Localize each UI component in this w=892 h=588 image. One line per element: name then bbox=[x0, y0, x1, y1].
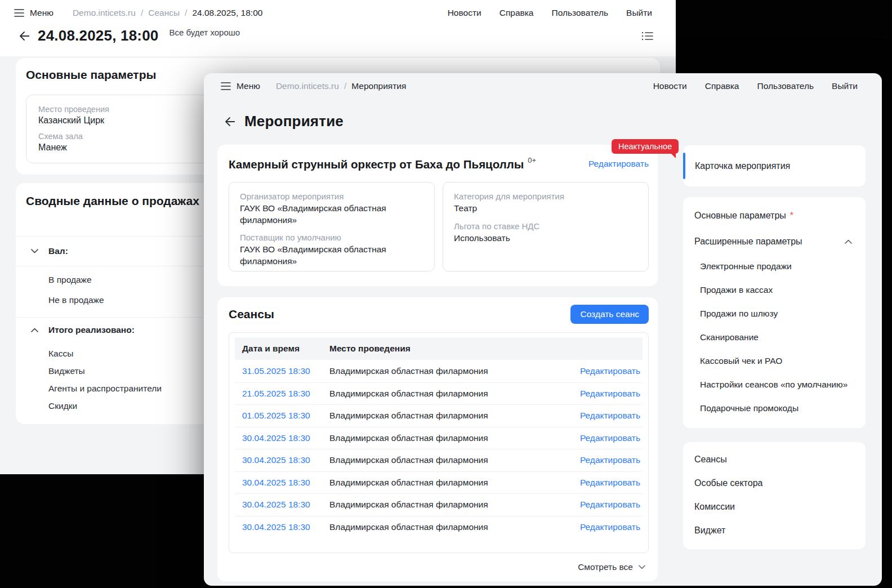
sidebar-item-event-card[interactable]: Карточка мероприятия bbox=[683, 145, 866, 186]
edit-session-link[interactable]: Редактировать bbox=[580, 522, 643, 532]
nav-link[interactable]: Пользователь bbox=[757, 81, 814, 91]
breadcrumb-link[interactable]: Demo.inticets.ru bbox=[73, 8, 136, 18]
nav-link[interactable]: Пользователь bbox=[552, 8, 609, 18]
sidebar-sections-card: СеансыОсобые сектораКомиссииВиджет bbox=[683, 442, 866, 549]
sidebar-item-label: Основные параметры bbox=[694, 211, 786, 221]
field-value: ГАУК ВО «Владимирская областная филармон… bbox=[240, 244, 409, 267]
session-date-link[interactable]: 01.05.2025 18:30 bbox=[235, 411, 329, 421]
event-info-box-left: Организатор мероприятия ГАУК ВО «Владими… bbox=[229, 182, 435, 271]
event-info-row: Организатор мероприятия ГАУК ВО «Владими… bbox=[229, 182, 649, 271]
sidebar-item-label: Карточка мероприятия bbox=[695, 161, 790, 171]
nav-link[interactable]: Выйти bbox=[832, 81, 858, 91]
field-value: Театр bbox=[454, 203, 623, 215]
edit-event-link[interactable]: Редактировать bbox=[588, 159, 649, 169]
create-session-button[interactable]: Создать сеанс bbox=[570, 305, 649, 324]
breadcrumb-link[interactable]: Сеансы bbox=[148, 8, 180, 18]
nav-link[interactable]: Справка bbox=[499, 8, 534, 18]
event-title: Камерный струнный оркестр от Баха до Пья… bbox=[229, 158, 524, 171]
session-venue: Владимирская областная филармония bbox=[329, 433, 580, 443]
sessions-card: Сеансы Создать сеанс Дата и время Место … bbox=[217, 297, 658, 581]
breadcrumb-segment: Demo.inticets.ru bbox=[276, 81, 339, 91]
menu-button[interactable]: Меню bbox=[14, 8, 53, 18]
menu-label: Меню bbox=[237, 81, 260, 91]
edit-session-link[interactable]: Редактировать bbox=[580, 411, 643, 421]
breadcrumb-segment: Сеансы bbox=[141, 8, 180, 18]
session-date-link[interactable]: 31.05.2025 18:30 bbox=[235, 366, 329, 376]
page-title: 24.08.2025, 18:00 bbox=[38, 27, 158, 44]
menu-button[interactable]: Меню bbox=[221, 81, 260, 91]
field-label: Льгота по ставке НДС bbox=[454, 221, 637, 231]
table-row: 21.05.2025 18:30 Владимирская областная … bbox=[235, 382, 643, 405]
session-date-link[interactable]: 30.04.2025 18:30 bbox=[235, 455, 329, 465]
session-venue: Владимирская областная филармония bbox=[329, 411, 580, 421]
session-date-link[interactable]: 30.04.2025 18:30 bbox=[235, 478, 329, 488]
field-vat: Льгота по ставке НДС Использовать bbox=[454, 221, 637, 244]
show-all-button[interactable]: Смотреть все bbox=[578, 562, 645, 572]
table-body: 31.05.2025 18:30 Владимирская областная … bbox=[235, 360, 643, 538]
menu-label: Меню bbox=[30, 8, 53, 18]
session-venue: Владимирская областная филармония bbox=[329, 500, 580, 510]
top-links: НовостиСправкаПользовательВыйти bbox=[448, 8, 652, 18]
session-header: Меню Demo.inticets.ru Сеансы 24.08.2025,… bbox=[0, 0, 676, 56]
nav-link[interactable]: Выйти bbox=[626, 8, 652, 18]
sidebar-item[interactable]: Сеансы bbox=[683, 448, 866, 471]
back-button[interactable] bbox=[20, 32, 29, 41]
sales-group-label: Итого реализовано: bbox=[48, 325, 135, 335]
table-header-row: Дата и время Место проведения bbox=[235, 337, 643, 360]
chevron-down-icon bbox=[639, 565, 645, 569]
back-button[interactable] bbox=[225, 117, 235, 126]
breadcrumb-segment: Demo.inticets.ru bbox=[73, 8, 136, 18]
sidebar-item-advanced-params[interactable]: Расширенные параметры bbox=[683, 229, 866, 255]
back-arrow-icon bbox=[20, 32, 29, 41]
nav-link[interactable]: Новости bbox=[448, 8, 481, 18]
table-row: 30.04.2025 18:30 Владимирская областная … bbox=[235, 516, 643, 538]
edit-session-link[interactable]: Редактировать bbox=[580, 500, 643, 510]
edit-session-link[interactable]: Редактировать bbox=[580, 478, 643, 488]
sidebar-params-card: Основные параметры * Расширенные парамет… bbox=[683, 197, 866, 428]
sales-group-label: Вал: bbox=[48, 246, 68, 256]
list-view-button[interactable] bbox=[642, 32, 653, 41]
sidebar-item[interactable]: Виджет bbox=[683, 519, 866, 542]
event-top-nav: Меню Demo.inticets.ru Мероприятия Новост… bbox=[221, 81, 858, 91]
sidebar-sub-item[interactable]: Электронные продажи bbox=[683, 255, 866, 278]
sidebar-item[interactable]: Комиссии bbox=[683, 495, 866, 519]
required-mark: * bbox=[790, 211, 793, 221]
sidebar-item-main-params[interactable]: Основные параметры * bbox=[683, 203, 866, 229]
chevron-down-icon bbox=[31, 249, 38, 253]
table-row: 30.04.2025 18:30 Владимирская областная … bbox=[235, 449, 643, 471]
sidebar-item[interactable]: Особые сектора bbox=[683, 471, 866, 495]
field-supplier: Поставщик по умолчанию ГАУК ВО «Владимир… bbox=[240, 233, 423, 267]
sidebar-sub-item[interactable]: Подарочные промокоды bbox=[683, 397, 866, 420]
nav-link[interactable]: Новости bbox=[653, 81, 687, 91]
session-date-link[interactable]: 30.04.2025 18:30 bbox=[235, 433, 329, 443]
show-all-label: Смотреть все bbox=[578, 562, 633, 572]
session-date-link[interactable]: 30.04.2025 18:30 bbox=[235, 500, 329, 510]
table-row: 31.05.2025 18:30 Владимирская областная … bbox=[235, 360, 643, 382]
sidebar-sub-item[interactable]: Настройки сеансов «по умолчанию» bbox=[683, 373, 866, 397]
breadcrumb-link[interactable]: Мероприятия bbox=[351, 81, 406, 91]
table-row: 01.05.2025 18:30 Владимирская областная … bbox=[235, 404, 643, 427]
sidebar-sub-item[interactable]: Продажи в кассах bbox=[683, 278, 866, 302]
session-venue: Владимирская областная филармония bbox=[329, 455, 580, 465]
event-info-box-right: Категория для мероприятия Театр Льгота п… bbox=[443, 182, 649, 271]
edit-session-link[interactable]: Редактировать bbox=[580, 389, 643, 399]
sessions-title: Сеансы bbox=[229, 308, 274, 321]
session-date-link[interactable]: 30.04.2025 18:30 bbox=[235, 522, 329, 532]
screenshot-stage: Меню Demo.inticets.ru Сеансы 24.08.2025,… bbox=[0, 0, 892, 588]
sidebar-sub-item[interactable]: Кассовый чек и РАО bbox=[683, 349, 866, 373]
sessions-header: Сеансы Создать сеанс bbox=[229, 304, 649, 324]
sidebar-sub-item[interactable]: Сканирование bbox=[683, 326, 866, 349]
edit-session-link[interactable]: Редактировать bbox=[580, 455, 643, 465]
hamburger-icon bbox=[221, 82, 231, 90]
sidebar-sub-item[interactable]: Продажи по шлюзу bbox=[683, 302, 866, 326]
field-value: ГАУК ВО «Владимирская областная филармон… bbox=[240, 203, 409, 226]
edit-session-link[interactable]: Редактировать bbox=[580, 366, 643, 376]
session-venue: Владимирская областная филармония bbox=[329, 522, 580, 532]
breadcrumb-link[interactable]: 24.08.2025, 18:00 bbox=[192, 8, 262, 18]
breadcrumb-segment: 24.08.2025, 18:00 bbox=[185, 8, 262, 18]
edit-session-link[interactable]: Редактировать bbox=[580, 433, 643, 443]
session-date-link[interactable]: 21.05.2025 18:30 bbox=[235, 389, 329, 399]
nav-link[interactable]: Справка bbox=[705, 81, 739, 91]
breadcrumb-link[interactable]: Demo.inticets.ru bbox=[276, 81, 339, 91]
field-label: Организатор мероприятия bbox=[240, 191, 423, 201]
